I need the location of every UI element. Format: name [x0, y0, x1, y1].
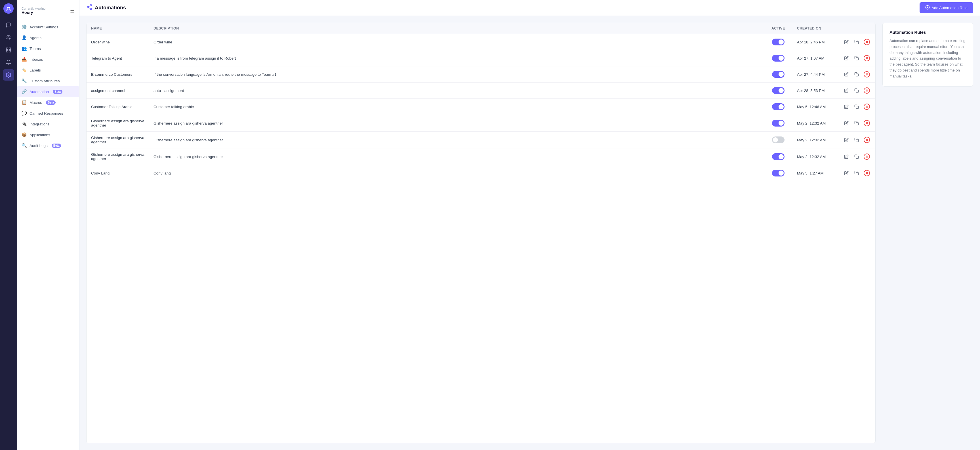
- sidebar-toggle-button[interactable]: ☰: [70, 8, 75, 14]
- delete-button-9[interactable]: ✕: [863, 169, 871, 177]
- nav-conversations[interactable]: [3, 19, 14, 31]
- row-actions-9: ✕: [838, 165, 875, 181]
- svg-line-11: [89, 6, 90, 7]
- copy-button-4[interactable]: [853, 87, 861, 94]
- inboxes-label: Inboxes: [30, 57, 43, 62]
- toggle-6[interactable]: [772, 120, 784, 127]
- sidebar-item-audit-logs[interactable]: 🔍 Audit Logs Beta: [17, 140, 79, 151]
- sidebar-item-canned-responses[interactable]: 💬 Canned Responses: [17, 108, 79, 119]
- svg-rect-17: [856, 74, 859, 76]
- edit-button-7[interactable]: [842, 136, 850, 144]
- page-title: Automations: [95, 5, 126, 11]
- automation-icon: 🔗: [22, 89, 27, 94]
- edit-button-6[interactable]: [842, 119, 850, 127]
- sidebar-item-integrations[interactable]: 🔌 Integrations: [17, 119, 79, 129]
- delete-button-4[interactable]: ✕: [863, 87, 871, 94]
- delete-button-2[interactable]: ✕: [863, 54, 871, 62]
- audit-logs-badge: Beta: [52, 143, 61, 148]
- row-name-4: assignment channel: [86, 83, 149, 99]
- nav-contacts[interactable]: [3, 32, 14, 43]
- row-date-2: Apr 27, 1:07 AM: [792, 50, 838, 67]
- sidebar-item-automation[interactable]: 🔗 Automation Beta: [17, 86, 79, 97]
- edit-button-1[interactable]: [842, 38, 850, 46]
- row-actions-8: ✕: [838, 148, 875, 165]
- edit-button-4[interactable]: [842, 87, 850, 94]
- delete-button-6[interactable]: ✕: [863, 119, 871, 127]
- toggle-9[interactable]: [772, 170, 784, 177]
- delete-button-5[interactable]: ✕: [863, 103, 871, 111]
- svg-rect-23: [856, 173, 859, 175]
- table-row: Customer Talking Arabic Customer talking…: [86, 99, 875, 115]
- toggle-slider-7: [772, 137, 784, 143]
- copy-button-7[interactable]: [853, 136, 861, 144]
- toggle-5[interactable]: [772, 103, 784, 110]
- copy-button-8[interactable]: [853, 153, 861, 161]
- copy-button-9[interactable]: [853, 169, 861, 177]
- add-automation-button[interactable]: Add Automation Rule: [920, 2, 973, 13]
- row-active-4: [764, 83, 792, 99]
- row-name-8: Gishernere assign ara gisherva agentner: [86, 148, 149, 165]
- delete-button-3[interactable]: ✕: [863, 70, 871, 78]
- automation-table-panel: Name Description Active Created on Order…: [86, 23, 876, 443]
- svg-rect-19: [856, 106, 859, 109]
- sidebar-item-inboxes[interactable]: 📥 Inboxes: [17, 54, 79, 65]
- row-date-5: May 5, 12:46 AM: [792, 99, 838, 115]
- sidebar-item-labels[interactable]: 🏷️ Labels: [17, 65, 79, 75]
- toggle-4[interactable]: [772, 87, 784, 94]
- delete-circle-6: ✕: [864, 120, 870, 126]
- row-desc-6: Gishernere assign ara gisherva agentner: [149, 115, 764, 132]
- svg-rect-16: [856, 57, 859, 60]
- delete-button-7[interactable]: ✕: [863, 136, 871, 144]
- canned-responses-label: Canned Responses: [30, 111, 63, 116]
- table-row: Conv Lang Conv lang May 5, 1:27 AM: [86, 165, 875, 181]
- automation-badge: Beta: [53, 90, 62, 94]
- svg-rect-18: [856, 90, 859, 92]
- delete-button-1[interactable]: ✕: [863, 38, 871, 46]
- toggle-1[interactable]: [772, 38, 784, 45]
- delete-circle-8: ✕: [864, 154, 870, 160]
- row-active-5: [764, 99, 792, 115]
- row-date-9: May 5, 1:27 AM: [792, 165, 838, 181]
- sidebar-item-account-settings[interactable]: ⚙️ Account Settings: [17, 22, 79, 32]
- sidebar-item-teams[interactable]: 👥 Teams: [17, 43, 79, 54]
- copy-button-1[interactable]: [853, 38, 861, 46]
- sidebar-menu: ⚙️ Account Settings 👤 Agents 👥 Teams 📥 I…: [17, 19, 79, 153]
- page-title-icon: [86, 4, 92, 12]
- sidebar-item-custom-attributes[interactable]: 🔧 Custom Attributes: [17, 75, 79, 86]
- automation-label: Automation: [30, 90, 49, 94]
- copy-button-6[interactable]: [853, 119, 861, 127]
- action-icons-8: ✕: [842, 153, 871, 161]
- sidebar-item-applications[interactable]: 📦 Applications: [17, 129, 79, 140]
- toggle-3[interactable]: [772, 71, 784, 78]
- nav-notifications[interactable]: [3, 57, 14, 68]
- sidebar-item-macros[interactable]: 📋 Macros Beta: [17, 97, 79, 108]
- macros-badge: Beta: [46, 100, 56, 105]
- copy-button-2[interactable]: [853, 54, 861, 62]
- row-desc-8: Gishernere assign ara gisherva agentner: [149, 148, 764, 165]
- nav-settings[interactable]: [3, 69, 14, 81]
- sidebar-item-agents[interactable]: 👤 Agents: [17, 32, 79, 43]
- toggle-slider-9: [772, 170, 784, 177]
- edit-button-2[interactable]: [842, 54, 850, 62]
- row-actions-5: ✕: [838, 99, 875, 115]
- toggle-2[interactable]: [772, 55, 784, 62]
- copy-button-3[interactable]: [853, 70, 861, 78]
- row-name-1: Order wine: [86, 34, 149, 50]
- edit-button-9[interactable]: [842, 169, 850, 177]
- app-logo: [3, 3, 14, 14]
- toggle-8[interactable]: [772, 153, 784, 160]
- delete-button-8[interactable]: ✕: [863, 153, 871, 161]
- edit-button-3[interactable]: [842, 70, 850, 78]
- nav-reports[interactable]: [3, 44, 14, 56]
- edit-button-8[interactable]: [842, 153, 850, 161]
- sidebar-header: Currently viewing: Hoory ☰: [17, 5, 79, 19]
- delete-circle-7: ✕: [864, 137, 870, 143]
- audit-logs-label: Audit Logs: [30, 143, 48, 148]
- edit-button-5[interactable]: [842, 103, 850, 111]
- copy-button-5[interactable]: [853, 103, 861, 111]
- action-icons-2: ✕: [842, 54, 871, 62]
- labels-label: Labels: [30, 68, 41, 72]
- svg-point-7: [90, 5, 92, 6]
- toggle-7[interactable]: [772, 137, 784, 143]
- delete-circle-4: ✕: [864, 87, 870, 94]
